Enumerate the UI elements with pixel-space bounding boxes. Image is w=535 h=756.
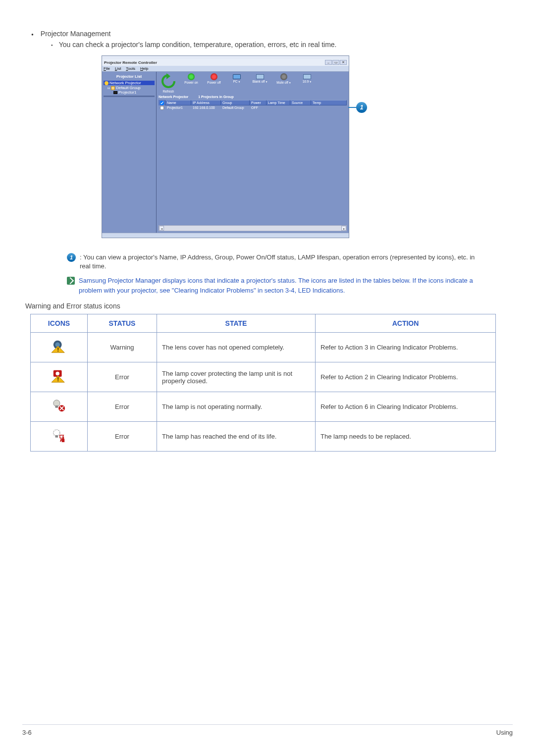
tree-root-network-projector[interactable]: Network Projector — [104, 81, 155, 85]
svg-point-4 — [55, 372, 59, 375]
app-window: Projector Remote Controller – ▭ ✕ File L… — [102, 55, 349, 238]
callout-text: You can view a projector's Name, IP Addr… — [80, 253, 475, 270]
toolbar-aspect[interactable]: 16:9▼ — [297, 73, 317, 83]
toolbar-blank-off[interactable]: Blank off▼ — [250, 73, 270, 83]
menu-help[interactable]: Help — [140, 66, 148, 71]
chevron-down-icon: ▼ — [309, 80, 312, 83]
th-temp[interactable]: Temp — [311, 100, 347, 105]
tree-item-projector1[interactable]: Projector1 — [104, 90, 155, 95]
power-off-icon — [211, 73, 217, 80]
toolbar-mute-off-label: Mute off — [276, 81, 288, 84]
section-sub-bullet: You can check a projector's lamp conditi… — [59, 41, 337, 49]
toolbar-power-on-label: Power on — [184, 81, 198, 84]
status-cell: Warning — [88, 333, 157, 362]
callout-number-icon: 1 — [67, 253, 76, 262]
lamp-cover-error-icon: ! — [52, 369, 66, 383]
menu-file[interactable]: File — [104, 66, 110, 71]
td-power: OFF — [250, 105, 267, 110]
table-row: Error The lamp has reached the end of it… — [31, 422, 496, 452]
header-checkbox[interactable] — [160, 101, 164, 105]
th-icons: ICONS — [31, 314, 88, 333]
main-panel: Refresh Power on Power off PC▼ — [157, 72, 349, 233]
state-cell: The lamp cover protecting the lamp unit … — [157, 362, 316, 392]
toolbar-power-off-label: Power off — [207, 81, 220, 84]
page-footer: 3-6 Using — [22, 724, 513, 736]
tree-minus-icon: ⊟ — [107, 86, 110, 90]
window-title: Projector Remote Controller — [104, 60, 157, 65]
status-icons-table: ICONS STATUS STATE ACTION ! Warning The … — [30, 314, 496, 452]
sidebar: Projector List Network Projector ⊟ Defau… — [102, 72, 157, 233]
table-header: Name IP Address Group Power Lamp Time So… — [159, 100, 347, 105]
table-row: ! Warning The lens cover has not opened … — [31, 333, 496, 362]
callout-badge-1: 1 — [356, 102, 367, 113]
svg-text:!: ! — [57, 377, 58, 383]
chevron-down-icon: ▼ — [238, 80, 241, 83]
note-icon — [67, 277, 75, 285]
toolbar-mute-off[interactable]: Mute off▼ — [273, 73, 294, 84]
state-cell: The lamp is not operating normally. — [157, 392, 316, 422]
menu-tools[interactable]: Tools — [126, 66, 135, 71]
th-action: ACTION — [316, 314, 496, 333]
lamp-error-icon — [52, 399, 66, 413]
bullet-dot: ● — [31, 32, 34, 37]
blank-icon — [256, 74, 264, 79]
lamp-life-error-icon — [52, 429, 66, 443]
toolbar-refresh[interactable]: Refresh — [159, 73, 178, 93]
tree-group-default[interactable]: ⊟ Default Group — [104, 86, 155, 90]
aspect-icon — [303, 74, 311, 79]
note-text: Samsung Projector Manager displays icons… — [79, 276, 478, 295]
action-cell: Refer to Action 3 in Clearing Indicator … — [316, 333, 496, 362]
svg-rect-10 — [55, 435, 58, 438]
action-cell: Refer to Action 2 in Clearing Indicator … — [316, 362, 496, 392]
sidebar-title: Projector List — [104, 73, 155, 81]
row-checkbox[interactable] — [160, 106, 164, 110]
menu-list[interactable]: List — [115, 66, 121, 71]
close-button[interactable]: ✕ — [340, 60, 347, 65]
toolbar-power-off[interactable]: Power off — [204, 73, 224, 84]
toolbar-pc[interactable]: PC▼ — [227, 73, 247, 83]
info-bar-left: Network Projector — [159, 95, 188, 99]
chevron-down-icon: ▼ — [266, 80, 268, 83]
note-block: Samsung Projector Manager displays icons… — [67, 276, 478, 295]
svg-point-9 — [54, 430, 60, 436]
projector-icon — [113, 91, 117, 94]
toolbar-power-on[interactable]: Power on — [181, 73, 201, 84]
tree-group-label: Default Group — [116, 86, 141, 90]
app-screenshot: Projector Remote Controller – ▭ ✕ File L… — [102, 55, 349, 238]
td-ip: 192.168.0.100 — [191, 105, 221, 110]
globe-icon — [105, 81, 108, 85]
toolbar-blank-off-label: Blank off — [252, 80, 265, 83]
toolbar-aspect-label: 16:9 — [303, 80, 309, 83]
mute-icon — [280, 73, 287, 80]
svg-rect-12 — [62, 438, 64, 440]
th-source[interactable]: Source — [290, 100, 311, 105]
th-name[interactable]: Name — [165, 100, 191, 105]
statusbar — [102, 233, 349, 238]
tree-root-label: Network Projector — [109, 81, 141, 85]
table-row[interactable]: Projector1 192.168.0.100 Default Group O… — [159, 105, 347, 110]
scroll-left-button[interactable]: ◂ — [159, 226, 164, 231]
horizontal-scrollbar[interactable]: ◂ ▸ — [159, 225, 347, 231]
status-cell: Error — [88, 392, 157, 422]
status-cell: Error — [88, 362, 157, 392]
th-power[interactable]: Power — [250, 100, 267, 105]
icons-section-heading: Warning and Error status icons — [25, 302, 513, 310]
restore-button[interactable]: ▭ — [332, 60, 339, 65]
folder-icon — [111, 86, 115, 90]
svg-rect-7 — [55, 405, 58, 408]
sub-bullet-dot: ● — [51, 44, 53, 47]
refresh-icon — [159, 73, 178, 89]
chevron-down-icon: ▼ — [289, 81, 291, 84]
th-group[interactable]: Group — [221, 100, 250, 105]
state-cell: The lens cover has not opened completely… — [157, 333, 316, 362]
td-group: Default Group — [221, 105, 250, 110]
th-lamp[interactable]: Lamp Time — [267, 100, 290, 105]
minimize-button[interactable]: – — [325, 60, 332, 65]
power-on-icon — [188, 73, 195, 80]
lens-cover-warning-icon: ! — [52, 340, 66, 353]
th-ip[interactable]: IP Address — [191, 100, 221, 105]
section-title: Projector Management — [41, 30, 111, 38]
toolbar-pc-label: PC — [233, 80, 238, 83]
scroll-right-button[interactable]: ▸ — [341, 226, 346, 231]
th-state: STATE — [157, 314, 316, 333]
